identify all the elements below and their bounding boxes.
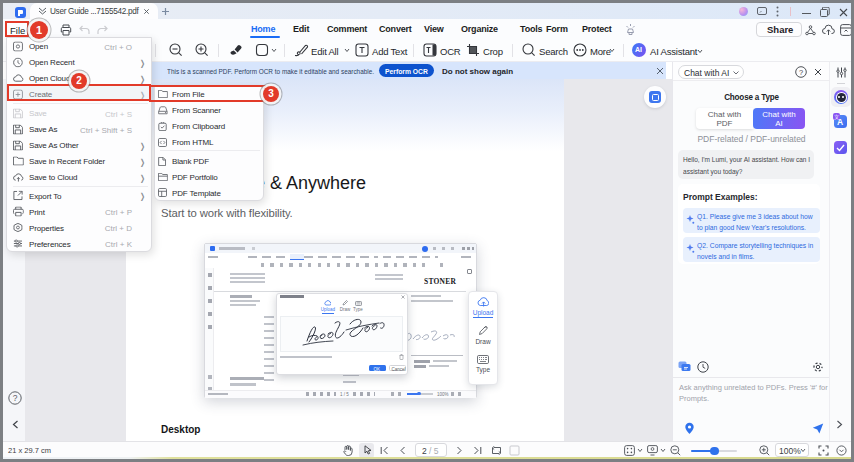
- svg-text:?: ?: [13, 393, 18, 403]
- svg-text:?: ?: [799, 68, 803, 77]
